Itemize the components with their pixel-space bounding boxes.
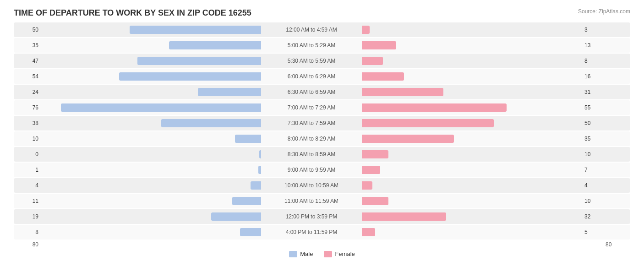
female-value: 35 [582, 136, 609, 142]
female-color-box [324, 251, 332, 257]
female-value: 7 [582, 167, 609, 173]
bar-row: 08:30 AM to 8:59 AM10 [14, 147, 630, 162]
male-bar-wrap [41, 228, 261, 236]
time-label: 8:30 AM to 8:59 AM [261, 151, 362, 158]
bar-row: 19:00 AM to 9:59 AM7 [14, 163, 630, 177]
female-value: 3 [582, 27, 609, 33]
male-value: 10 [14, 136, 41, 142]
female-bar-wrap [362, 57, 582, 65]
male-value: 50 [14, 27, 41, 33]
female-bar [362, 166, 380, 174]
legend: Male Female [14, 250, 630, 257]
female-value: 16 [582, 73, 609, 80]
female-bar [362, 72, 404, 81]
time-label: 9:00 AM to 9:59 AM [261, 167, 362, 173]
female-bar-wrap [362, 197, 582, 205]
male-bar [119, 72, 262, 81]
female-bar [362, 228, 375, 236]
male-bar [161, 119, 262, 127]
bar-row: 355:00 AM to 5:29 AM13 [14, 38, 630, 53]
bar-row: 475:30 AM to 5:59 AM8 [14, 54, 630, 68]
time-label: 4:00 PM to 11:59 PM [261, 229, 362, 235]
female-value: 31 [582, 89, 609, 95]
male-value: 35 [14, 42, 41, 49]
time-label: 6:30 AM to 6:59 AM [261, 89, 362, 95]
male-bar [232, 197, 261, 205]
bar-row: 1111:00 AM to 11:59 AM10 [14, 194, 630, 208]
male-bar-wrap [41, 181, 261, 190]
time-label: 12:00 PM to 3:59 PM [261, 213, 362, 220]
female-bar-wrap [362, 88, 582, 96]
time-label: 10:00 AM to 10:59 AM [261, 182, 362, 189]
male-bar-wrap [41, 119, 261, 127]
female-bar [362, 41, 396, 49]
female-bar-wrap [362, 119, 582, 127]
axis-left-val: 80 [14, 241, 41, 248]
time-label: 12:00 AM to 4:59 AM [261, 27, 362, 33]
female-bar-wrap [362, 212, 582, 221]
bar-row: 410:00 AM to 10:59 AM4 [14, 178, 630, 193]
male-bar [169, 41, 261, 49]
male-value: 11 [14, 198, 41, 204]
time-label: 5:00 AM to 5:29 AM [261, 42, 362, 49]
female-value: 32 [582, 213, 609, 220]
male-bar-wrap [41, 103, 261, 112]
female-value: 8 [582, 58, 609, 64]
female-bar-wrap [362, 72, 582, 81]
female-bar-wrap [362, 150, 582, 158]
male-bar [240, 228, 261, 236]
male-value: 47 [14, 58, 41, 64]
bar-row: 387:30 AM to 7:59 AM50 [14, 116, 630, 131]
male-bar [137, 57, 261, 65]
male-bar-wrap [41, 166, 261, 174]
legend-male-label: Male [300, 250, 313, 257]
female-bar-wrap [362, 103, 582, 112]
male-bar [130, 26, 262, 34]
female-bar [362, 103, 507, 112]
female-bar [362, 88, 443, 96]
bar-row: 546:00 AM to 6:29 AM16 [14, 69, 630, 84]
time-label: 6:00 AM to 6:29 AM [261, 73, 362, 80]
bar-row: 108:00 AM to 8:29 AM35 [14, 131, 630, 146]
male-bar [251, 181, 261, 190]
male-bar [211, 212, 261, 221]
male-bar-wrap [41, 135, 261, 143]
female-bar-wrap [362, 26, 582, 34]
female-bar [362, 197, 388, 205]
bar-row: 1912:00 PM to 3:59 PM32 [14, 209, 630, 224]
female-bar [362, 135, 454, 143]
legend-female-label: Female [335, 250, 355, 257]
female-bar-wrap [362, 166, 582, 174]
time-label: 7:00 AM to 7:29 AM [261, 104, 362, 111]
male-bar-wrap [41, 26, 261, 34]
time-label: 7:30 AM to 7:59 AM [261, 120, 362, 126]
female-bar [362, 57, 383, 65]
female-bar [362, 26, 370, 34]
male-value: 24 [14, 89, 41, 95]
bar-row: 5012:00 AM to 4:59 AM3 [14, 22, 630, 37]
legend-female: Female [324, 250, 355, 257]
female-bar [362, 181, 372, 190]
female-bar [362, 212, 446, 221]
female-bar [362, 150, 388, 158]
female-value: 55 [582, 104, 609, 111]
legend-male: Male [289, 250, 313, 257]
male-value: 0 [14, 151, 41, 158]
female-value: 5 [582, 229, 609, 235]
time-label: 11:00 AM to 11:59 AM [261, 198, 362, 204]
female-value: 50 [582, 120, 609, 126]
female-value: 10 [582, 151, 609, 158]
chart-area: 5012:00 AM to 4:59 AM3355:00 AM to 5:29 … [14, 22, 630, 239]
time-label: 5:30 AM to 5:59 AM [261, 58, 362, 64]
male-bar-wrap [41, 88, 261, 96]
male-value: 38 [14, 120, 41, 126]
male-bar-wrap [41, 150, 261, 158]
male-value: 4 [14, 182, 41, 189]
male-value: 54 [14, 73, 41, 80]
female-bar [362, 119, 494, 127]
female-bar-wrap [362, 228, 582, 236]
female-bar-wrap [362, 181, 582, 190]
male-bar-wrap [41, 197, 261, 205]
male-bar [198, 88, 261, 96]
bar-row: 246:30 AM to 6:59 AM31 [14, 85, 630, 99]
